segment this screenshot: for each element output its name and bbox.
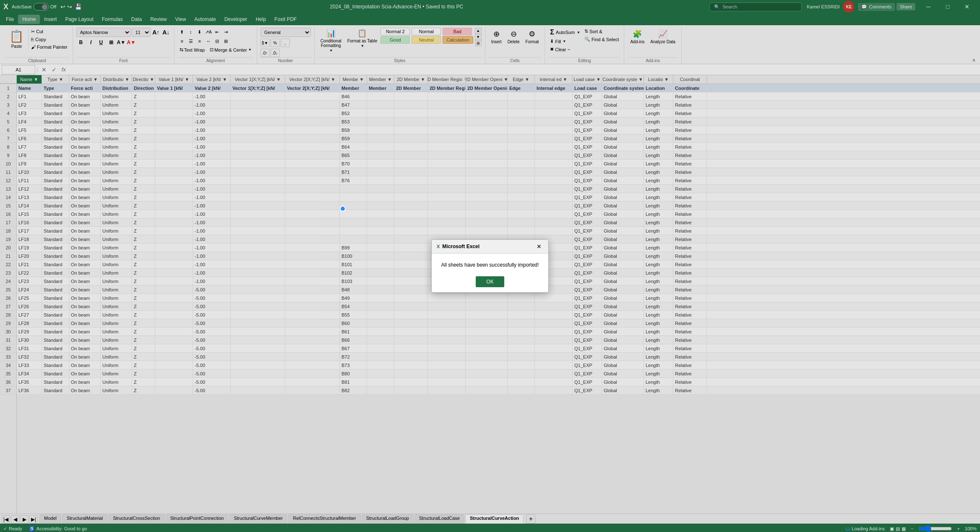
dialog-overlay: X Microsoft Excel ✕ All sheets have been… xyxy=(0,0,980,532)
dialog-close-button[interactable]: ✕ xyxy=(535,242,543,251)
dialog: X Microsoft Excel ✕ All sheets have been… xyxy=(431,239,549,293)
dialog-title-bar: X Microsoft Excel ✕ xyxy=(432,240,548,254)
dialog-excel-icon: X xyxy=(437,244,440,249)
dialog-title-area: X Microsoft Excel xyxy=(437,244,480,249)
dialog-title: Microsoft Excel xyxy=(442,244,480,249)
scroll-bubble xyxy=(340,206,346,212)
dialog-buttons: OK xyxy=(438,276,542,287)
dialog-body: All sheets have been successfully import… xyxy=(432,254,548,292)
dialog-message: All sheets have been successfully import… xyxy=(438,262,542,268)
dialog-ok-button[interactable]: OK xyxy=(476,276,504,287)
